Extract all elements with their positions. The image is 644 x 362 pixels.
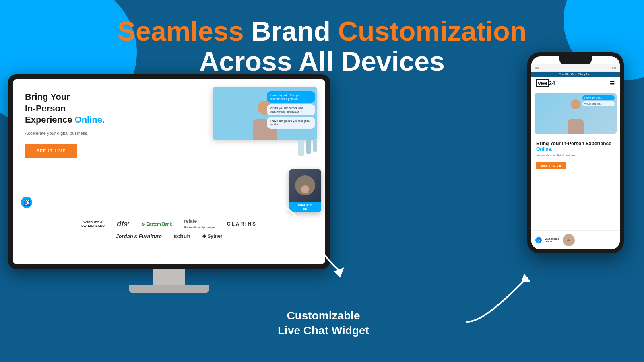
- product-bottle2: [306, 140, 311, 154]
- chat-bubble-agent1: Would you like a book at a beauty recomm…: [267, 104, 315, 115]
- phone-mockup: Ind hat Read the Case Study Here vee24 ☰: [527, 52, 624, 253]
- monitor-stand-neck: [153, 269, 185, 285]
- phone-status-bar: Ind hat: [531, 64, 620, 72]
- headline-customization: Customization: [338, 16, 526, 46]
- headline-line1: Seamless Brand Customization: [0, 16, 644, 46]
- accessibility-icon[interactable]: ♿: [21, 197, 32, 208]
- logo-eastern-bank: ⊘ Eastern Bank: [142, 222, 172, 226]
- phone-accessibility-icon: ♿: [535, 237, 542, 243]
- phone-see-it-live-button[interactable]: SEE IT LIVE: [536, 162, 566, 169]
- monitor-video-screen: I have dry skin. Can you recommend a pro…: [213, 87, 317, 140]
- logo-clarins: CLARINS: [227, 221, 257, 227]
- monitor-video-widget: I have dry skin. Can you recommend a pro…: [213, 87, 317, 154]
- logo-dfs: dfs♥: [117, 220, 130, 228]
- arrow-to-phone: [459, 265, 539, 330]
- phone-chat-overlay: I have dry skin... Would you like...: [582, 95, 615, 106]
- widget-label-line1: Customizable: [278, 309, 369, 323]
- phone-logo-watches: WATCHES &SWITZ.: [545, 238, 559, 243]
- site-heading-bringyour: Bring Your: [25, 92, 70, 102]
- logo-relate: relatethe relationship people: [184, 218, 215, 230]
- phone-video-section: I have dry skin... Would you like...: [535, 93, 617, 134]
- widget-label-section: Customizable Live Chat Widget: [278, 309, 369, 338]
- phone-person-body: [568, 119, 584, 134]
- phone-site-subtext: Accelerate your digital business.: [536, 154, 615, 157]
- logo-sytner: ◆ Sytner: [202, 233, 223, 239]
- phone-logos: ♿ WATCHES &SWITZ. dfs: [531, 230, 620, 249]
- phone-case-study-bar: Read the Case Study Here: [531, 72, 620, 77]
- phone-outer-shell: Ind hat Read the Case Study Here vee24 ☰: [527, 52, 624, 253]
- phone-status-right: hat: [612, 66, 616, 69]
- chat-widget-avatar: [295, 175, 315, 195]
- monitor-stand-base: [129, 285, 209, 293]
- chat-bubble-agent2: I have just guided you to a great produc…: [267, 117, 315, 128]
- avatar-head: [301, 185, 309, 193]
- chat-bubbles-overlay: I have dry skin. Can you recommend a pro…: [267, 91, 315, 130]
- site-heading-inperson: In-Person: [25, 103, 66, 113]
- svg-marker-0: [334, 267, 344, 278]
- hamburger-icon[interactable]: ☰: [610, 80, 615, 86]
- phone-dfs-logo: dfs: [563, 234, 575, 246]
- see-it-live-button[interactable]: SEE IT LIVE: [25, 144, 77, 158]
- phone-site-heading: Bring Your In-Person Experience Online.: [536, 141, 615, 152]
- svg-marker-1: [521, 274, 530, 282]
- product-display: [298, 140, 317, 156]
- product-bottle3: [313, 140, 317, 152]
- arrow-to-label: [258, 193, 419, 294]
- site-heading-experience: Experience: [25, 115, 72, 125]
- headline-brand: Brand: [251, 16, 338, 46]
- phone-notch: [559, 56, 592, 64]
- chat-bubble-user1: I have dry skin. Can you recommend a pro…: [267, 91, 315, 103]
- phone-navbar: vee24 ☰: [531, 77, 620, 90]
- widget-label-line2: Live Chat Widget: [278, 323, 369, 338]
- product-bottle1: [298, 140, 304, 156]
- phone-content: Ind hat Read the Case Study Here vee24 ☰: [531, 64, 620, 249]
- headline-seamless: Seamless: [118, 16, 244, 46]
- phone-logo: vee24: [536, 80, 555, 86]
- phone-screen: Ind hat Read the Case Study Here vee24 ☰: [531, 56, 620, 249]
- phone-person-head: [571, 99, 581, 109]
- phone-status-left: Ind: [535, 66, 539, 69]
- phone-heading-online: Online.: [536, 146, 553, 152]
- logo-jordans: Jordan's Furniture: [116, 233, 161, 239]
- phone-bubble1: I have dry skin...: [582, 95, 615, 100]
- phone-bubble2: Would you like...: [582, 101, 615, 106]
- phone-site-content: Bring Your In-Person Experience Online. …: [531, 137, 620, 173]
- logo-watches: WATCHES &SWITZERLAND: [81, 220, 105, 228]
- site-heading-online: Online.: [75, 115, 105, 125]
- logo-schuh: schuh: [174, 233, 190, 239]
